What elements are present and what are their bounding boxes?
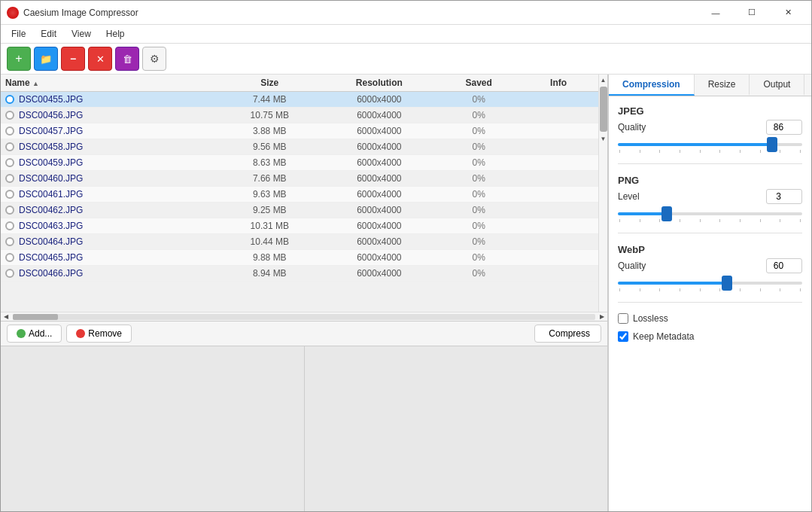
col-size[interactable]: Size <box>220 75 319 92</box>
file-info-6 <box>519 187 598 203</box>
webp-quality-slider[interactable] <box>618 282 802 285</box>
jpeg-section: JPEG Quality <box>618 105 802 153</box>
file-name: DSC00457.JPG <box>19 126 83 136</box>
file-name: DSC00463.JPG <box>19 221 83 231</box>
menu-view[interactable]: View <box>64 26 99 41</box>
tabs-bar: Compression Resize Output <box>609 75 811 96</box>
png-level-label: Level <box>618 191 640 202</box>
table-row[interactable]: DSC00458.JPG 9.56 MB 6000x4000 0% <box>1 139 598 155</box>
file-info-1 <box>519 108 598 123</box>
file-status-icon <box>5 221 14 230</box>
col-name[interactable]: Name ▲ <box>1 75 220 92</box>
title-bar-controls: — ☐ ✕ <box>698 5 805 20</box>
jpeg-quality-input[interactable] <box>766 120 802 135</box>
file-size-3: 9.56 MB <box>220 139 319 155</box>
preview-original <box>1 346 305 511</box>
col-resolution[interactable]: Resolution <box>319 75 439 92</box>
scroll-up-button[interactable]: ▲ <box>599 75 607 85</box>
compress-button[interactable]: Compress <box>534 325 601 343</box>
scroll-thumb-h[interactable] <box>13 314 58 320</box>
png-level-input[interactable] <box>766 189 802 204</box>
bottom-panel <box>1 346 607 511</box>
vertical-scrollbar[interactable]: ▲ ▼ <box>598 75 607 312</box>
keep-metadata-checkbox[interactable] <box>618 331 628 342</box>
table-row[interactable]: DSC00464.JPG 10.44 MB 6000x4000 0% <box>1 234 598 250</box>
tab-compression[interactable]: Compression <box>609 75 695 96</box>
tab-output[interactable]: Output <box>750 75 804 96</box>
table-row[interactable]: DSC00462.JPG 9.25 MB 6000x4000 0% <box>1 203 598 218</box>
file-name: DSC00465.JPG <box>19 252 83 263</box>
file-info-7 <box>519 203 598 218</box>
maximize-button[interactable]: ☐ <box>734 5 769 20</box>
settings-button[interactable]: ⚙ <box>142 47 166 71</box>
file-name: DSC00455.JPG <box>19 94 83 105</box>
app-icon <box>7 7 19 19</box>
add-button[interactable]: Add... <box>7 325 62 343</box>
file-list-scroll[interactable]: Name ▲ Size Resolution Saved Info <box>1 75 598 312</box>
close-button[interactable]: ✕ <box>771 5 805 20</box>
scroll-thumb[interactable] <box>600 87 607 132</box>
file-name: DSC00460.JPG <box>19 173 83 184</box>
settings-icon: ⚙ <box>150 53 160 65</box>
horizontal-scrollbar[interactable]: ◀ ▶ <box>1 312 607 321</box>
webp-slider-container <box>618 276 802 287</box>
action-bar: Add... Remove Compress <box>1 321 607 346</box>
png-level-slider[interactable] <box>618 212 802 215</box>
table-row[interactable]: DSC00466.JPG 8.94 MB 6000x4000 0% <box>1 266 598 282</box>
webp-quality-input[interactable] <box>766 258 802 273</box>
trash-button[interactable]: 🗑 <box>115 47 139 71</box>
menu-edit[interactable]: Edit <box>33 26 64 41</box>
right-panel: Compression Resize Output JPEG Quality <box>608 75 811 511</box>
table-row[interactable]: DSC00459.JPG 8.63 MB 6000x4000 0% <box>1 155 598 171</box>
col-info[interactable]: Info <box>519 75 598 92</box>
file-status-icon <box>5 126 14 136</box>
remove-label: Remove <box>88 328 122 339</box>
table-row[interactable]: DSC00461.JPG 9.63 MB 6000x4000 0% <box>1 187 598 203</box>
add-file-button[interactable]: + <box>7 47 31 71</box>
table-row[interactable]: DSC00460.JPG 7.66 MB 6000x4000 0% <box>1 171 598 187</box>
menu-help[interactable]: Help <box>99 26 132 41</box>
jpeg-quality-label: Quality <box>618 122 646 133</box>
file-status-icon <box>5 95 14 104</box>
file-resolution-7: 6000x4000 <box>319 203 439 218</box>
table-row[interactable]: DSC00455.JPG 7.44 MB 6000x4000 0% <box>1 92 598 108</box>
table-row[interactable]: DSC00463.JPG 10.31 MB 6000x4000 0% <box>1 218 598 234</box>
scroll-left-button[interactable]: ◀ <box>1 312 11 321</box>
clear-button[interactable]: ✕ <box>88 47 112 71</box>
lossless-checkbox[interactable] <box>618 313 628 324</box>
open-folder-icon: 📁 <box>40 53 52 65</box>
menu-file[interactable]: File <box>4 26 33 41</box>
file-size-1: 10.75 MB <box>220 108 319 123</box>
file-size-5: 7.66 MB <box>220 171 319 187</box>
table-row[interactable]: DSC00457.JPG 3.88 MB 6000x4000 0% <box>1 123 598 139</box>
file-info-5 <box>519 171 598 187</box>
scroll-down-button[interactable]: ▼ <box>599 133 607 144</box>
main-content: Name ▲ Size Resolution Saved Info <box>1 75 811 511</box>
jpeg-quality-slider[interactable] <box>618 143 802 146</box>
minimize-button[interactable]: — <box>698 5 733 20</box>
lossless-label[interactable]: Lossless <box>633 313 668 324</box>
tab-resize[interactable]: Resize <box>695 75 750 96</box>
file-status-icon <box>5 142 14 151</box>
file-size-8: 10.31 MB <box>220 218 319 234</box>
file-status-icon <box>5 174 14 183</box>
file-name-cell-6: DSC00461.JPG <box>1 187 220 203</box>
remove-list-button[interactable]: Remove <box>66 325 132 343</box>
table-row[interactable]: DSC00465.JPG 9.88 MB 6000x4000 0% <box>1 250 598 266</box>
remove-button[interactable]: − <box>61 47 85 71</box>
file-saved-4: 0% <box>439 155 519 171</box>
table-row[interactable]: DSC00456.JPG 10.75 MB 6000x4000 0% <box>1 108 598 123</box>
scroll-right-button[interactable]: ▶ <box>597 312 607 321</box>
remove-icon: − <box>70 53 76 65</box>
file-saved-1: 0% <box>439 108 519 123</box>
keep-metadata-label[interactable]: Keep Metadata <box>633 331 694 342</box>
file-info-11 <box>519 266 598 282</box>
file-status-icon <box>5 158 14 167</box>
file-size-7: 9.25 MB <box>220 203 319 218</box>
col-saved[interactable]: Saved <box>439 75 519 92</box>
file-name-cell-7: DSC00462.JPG <box>1 203 220 218</box>
keep-metadata-row: Keep Metadata <box>618 331 802 342</box>
file-resolution-5: 6000x4000 <box>319 171 439 187</box>
file-name-cell-3: DSC00458.JPG <box>1 139 220 155</box>
open-folder-button[interactable]: 📁 <box>34 47 58 71</box>
